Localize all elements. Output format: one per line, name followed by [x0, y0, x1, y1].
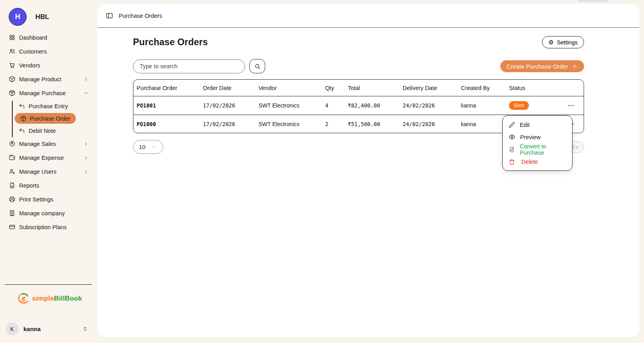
cell-qty: 4 — [325, 102, 348, 109]
sidebar-item-manage-sales[interactable]: Manage Sales — [0, 137, 98, 151]
gear-icon: ⚙ — [548, 39, 553, 45]
manage-purchase-submenu: Purchase Entry Purchase Order Debit Note — [0, 100, 98, 137]
cell-order-date: 17/02/2026 — [203, 121, 258, 127]
sidebar-item-reports[interactable]: Reports — [0, 178, 98, 192]
cell-vendor: SWT Electronics — [258, 102, 325, 109]
sidebar-item-label: Manage Users — [19, 169, 56, 175]
menu-item-delete[interactable]: Delete — [503, 155, 572, 168]
search-icon — [254, 63, 261, 70]
cell-created-by: kanna — [461, 121, 509, 127]
sidebar-item-label: Manage company — [19, 210, 65, 217]
ellipsis-icon — [567, 102, 575, 109]
sidebar-item-purchase-entry[interactable]: Purchase Entry — [0, 100, 98, 112]
submenu-guide-line — [12, 101, 13, 137]
column-header: Qty — [325, 85, 348, 91]
cell-delivery-date: 24/02/2026 — [403, 102, 461, 109]
menu-item-label: Delete — [521, 159, 538, 165]
search-button[interactable] — [249, 59, 265, 73]
user-name: kanna — [23, 326, 40, 332]
sidebar-item-debit-note[interactable]: Debit Note — [0, 125, 98, 137]
package-icon — [9, 76, 15, 82]
sidebar-item-vendors[interactable]: Vendors — [0, 58, 98, 72]
sidebar-item-purchase-order[interactable]: Purchase Order — [0, 112, 98, 125]
create-purchase-order-button[interactable]: Create Purchase Order — [500, 60, 584, 72]
report-icon — [9, 182, 15, 189]
workspace-avatar: H — [9, 8, 27, 26]
file-text-icon — [509, 146, 515, 153]
sidebar-item-customers[interactable]: Customers — [0, 44, 98, 58]
menu-item-edit[interactable]: Edit — [503, 119, 572, 131]
logo-wordmark: simpleBillBook — [32, 295, 82, 303]
sidebar-item-manage-company[interactable]: Manage company — [0, 206, 98, 220]
sidebar-item-label: Vendors — [19, 62, 40, 69]
sidebar-item-label: Dashboard — [19, 34, 47, 41]
sidebar-item-manage-users[interactable]: Manage Users — [0, 165, 98, 178]
building-icon — [9, 210, 15, 217]
cell-order-date: 17/02/2026 — [203, 102, 258, 109]
cell-purchase-order: PO1001 — [137, 102, 203, 109]
sidebar-item-print-settings[interactable]: Print Settings — [0, 192, 98, 206]
active-item-pill: Purchase Order — [15, 113, 76, 124]
column-header: Purchase Order — [137, 85, 203, 91]
cart-icon — [9, 62, 15, 69]
user-menu-button[interactable]: K kanna — [6, 322, 92, 335]
settings-button[interactable]: ⚙ Settings — [542, 36, 584, 48]
cell-vendor: SWT Electronics — [258, 121, 325, 127]
row-actions-menu: Edit Preview Convert to Purchase Delete — [502, 115, 573, 171]
search-input[interactable] — [133, 59, 245, 73]
simplebillbook-logo-icon — [17, 292, 30, 305]
simplebillbook-logo: simpleBillBook — [17, 292, 82, 305]
sidebar-item-manage-purchase[interactable]: Manage Purchase — [0, 86, 98, 100]
cell-total: ₹82,400.00 — [348, 102, 403, 109]
column-header: Total — [348, 85, 403, 91]
sidebar-item-label: Purchase Order — [30, 115, 70, 122]
logo-word-billbook: BillBook — [54, 295, 82, 302]
page-size-select[interactable]: 10 — [133, 140, 163, 154]
sidebar-footer-divider — [5, 284, 92, 285]
sidebar-item-label: Manage Product — [19, 76, 61, 82]
topbar: Purchase Orders — [98, 4, 639, 28]
top-edge-artifact — [578, 0, 609, 2]
cell-purchase-order: PO1000 — [137, 121, 203, 127]
cell-total: ₹51,500.00 — [348, 121, 403, 127]
corner-up-left-icon — [19, 103, 25, 109]
table-header-row: Purchase Order Order Date Vendor Qty Tot… — [133, 80, 584, 96]
sidebar-item-manage-expense[interactable]: Manage Expense — [0, 151, 98, 165]
sidebar-toggle-icon[interactable] — [106, 12, 113, 19]
sidebar-item-dashboard[interactable]: Dashboard — [0, 31, 98, 44]
sidebar-item-label: Subscription Plans — [19, 224, 67, 230]
row-actions-button[interactable] — [567, 102, 575, 109]
trash-icon — [509, 159, 515, 165]
column-header: Order Date — [203, 85, 258, 91]
chevron-down-icon — [83, 90, 89, 96]
user-avatar: K — [6, 322, 19, 335]
pencil-icon — [509, 122, 515, 128]
sidebar-item-subscription-plans[interactable]: Subscription Plans — [0, 220, 98, 234]
dashboard-icon — [9, 34, 15, 41]
sidebar-item-label: Manage Sales — [19, 141, 56, 147]
wallet-icon — [9, 154, 15, 161]
customers-icon — [9, 48, 15, 55]
user-gear-icon — [9, 168, 15, 175]
sidebar-item-label: Customers — [19, 48, 47, 55]
page-size-value: 10 — [139, 144, 145, 150]
sidebar-item-manage-product[interactable]: Manage Product — [0, 72, 98, 86]
column-header: Delivery Date — [403, 85, 461, 91]
status-badge: Sent — [509, 101, 529, 110]
menu-item-convert-to-purchase[interactable]: Convert to Purchase — [503, 143, 572, 155]
menu-item-preview[interactable]: Preview — [503, 131, 572, 143]
workspace-name: HBL — [35, 13, 49, 21]
chevron-down-icon — [151, 144, 156, 150]
cell-delivery-date: 24/02/2026 — [403, 121, 461, 127]
credit-card-icon — [9, 224, 15, 230]
topbar-title: Purchase Orders — [119, 13, 162, 19]
settings-button-label: Settings — [557, 39, 578, 46]
chevron-right-icon — [83, 141, 89, 147]
sidebar-item-label: Reports — [19, 182, 39, 189]
menu-item-label: Preview — [520, 134, 541, 140]
column-header: Created By — [461, 85, 509, 91]
rupee-coin-icon — [9, 140, 15, 147]
sidebar-item-label: Purchase Entry — [29, 103, 68, 109]
cell-created-by: kanna — [461, 102, 509, 109]
corner-up-left-icon — [19, 128, 25, 134]
